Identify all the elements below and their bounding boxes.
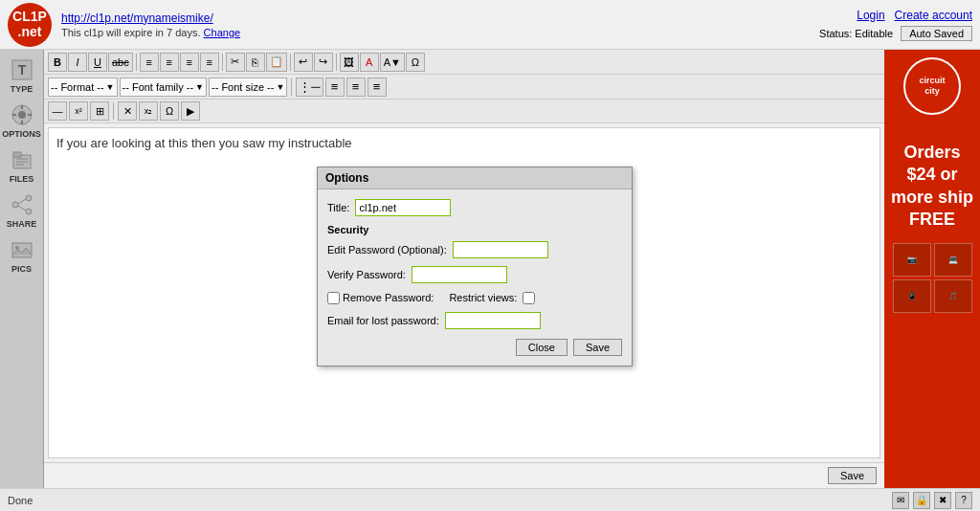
- footer-icon-3[interactable]: ✖: [934, 492, 951, 509]
- sidebar-item-type[interactable]: T TYPE: [2, 54, 42, 97]
- italic-button[interactable]: I: [68, 53, 87, 72]
- security-section-label: Security: [327, 224, 622, 235]
- sidebar-item-options[interactable]: OPTIONS: [2, 99, 42, 142]
- svg-point-15: [26, 209, 32, 214]
- font-family-select[interactable]: -- Font family -- ▼: [120, 78, 207, 97]
- dialog-body: Title: Security Edit Password (Optional)…: [318, 189, 632, 366]
- edit-password-label: Edit Password (Optional):: [327, 244, 447, 256]
- sep5: [291, 78, 292, 96]
- outdent-button[interactable]: ≡: [200, 53, 219, 72]
- save-bar: Save: [44, 462, 884, 488]
- email-input[interactable]: [445, 312, 541, 329]
- undo-button[interactable]: ↩: [294, 53, 313, 72]
- redo-button[interactable]: ↪: [314, 53, 333, 72]
- subscript-button[interactable]: x₂: [139, 101, 158, 121]
- ad-product-1: 📷: [893, 243, 931, 277]
- underline-button[interactable]: U: [88, 53, 107, 72]
- sep6: [113, 102, 114, 120]
- save-main-button[interactable]: Save: [828, 467, 877, 484]
- svg-rect-5: [21, 121, 23, 124]
- sidebar-item-share[interactable]: SHARE: [2, 189, 42, 232]
- status-label: Status: Editable: [819, 28, 893, 39]
- align-left-button[interactable]: ⋮─: [296, 78, 323, 97]
- sep3: [290, 54, 291, 71]
- dialog-title-bar: Options: [318, 167, 632, 189]
- dialog-close-button[interactable]: Close: [516, 339, 568, 356]
- edit-password-input[interactable]: [453, 241, 548, 258]
- title-input[interactable]: [355, 199, 451, 216]
- dialog-save-button[interactable]: Save: [573, 339, 622, 356]
- strikethrough-button[interactable]: abc: [108, 53, 133, 72]
- ad-product-4: 🎵: [934, 279, 972, 313]
- restrict-views-label: Restrict views:: [449, 292, 517, 303]
- edit-password-row: Edit Password (Optional):: [327, 241, 622, 258]
- remove-password-checkbox[interactable]: [327, 292, 340, 304]
- create-account-link[interactable]: Create account: [895, 9, 972, 22]
- title-field-label: Title:: [327, 202, 349, 213]
- align-right-button[interactable]: ≡: [346, 78, 366, 97]
- header-url[interactable]: http://cl1p.net/mynameismike/: [61, 11, 819, 25]
- login-link[interactable]: Login: [857, 9, 884, 22]
- color-button[interactable]: A: [360, 53, 379, 72]
- verify-password-label: Verify Password:: [327, 269, 406, 280]
- remove-password-label: Remove Password:: [343, 292, 434, 303]
- unordered-list-button[interactable]: ≡: [160, 53, 179, 72]
- title-row: Title:: [327, 199, 622, 216]
- remove-format-button[interactable]: ✕: [118, 101, 137, 121]
- sidebar-item-files[interactable]: FILES: [2, 144, 42, 187]
- toolbar2: -- Format -- ▼ -- Font family -- ▼ -- Fo…: [44, 75, 884, 100]
- email-row: Email for lost password:: [327, 312, 622, 329]
- svg-text:T: T: [17, 62, 26, 78]
- content-area[interactable]: If you are looking at this then you saw …: [48, 127, 880, 458]
- toolbar1: B I U abc ≡ ≡ ≡ ≡ ✂ ⎘ 📋 ↩ ↪ 🖼 A A▼ Ω: [44, 50, 884, 75]
- cut-button[interactable]: ✂: [226, 53, 245, 72]
- header: CL1P.net http://cl1p.net/mynameismike/ T…: [0, 0, 980, 50]
- table-button[interactable]: ⊞: [90, 101, 109, 121]
- auto-saved-button[interactable]: Auto Saved: [901, 26, 972, 41]
- svg-rect-6: [12, 114, 16, 116]
- ad-text: Orders $24 or more ship FREE: [888, 142, 976, 232]
- options-icon: [9, 101, 35, 128]
- paste-button[interactable]: 📋: [266, 53, 287, 72]
- media-button[interactable]: ▶: [181, 101, 200, 121]
- header-right: Login Create account Status: Editable Au…: [819, 9, 972, 41]
- align-center-button[interactable]: ≡: [325, 78, 345, 97]
- special-char-button[interactable]: Ω: [160, 101, 179, 121]
- ordered-list-button[interactable]: ≡: [140, 53, 159, 72]
- superscript-button[interactable]: x²: [69, 101, 88, 121]
- svg-point-3: [18, 111, 26, 119]
- format-select[interactable]: -- Format -- ▼: [48, 78, 118, 97]
- header-info: http://cl1p.net/mynameismike/ This cl1p …: [61, 11, 819, 38]
- change-link[interactable]: Change: [204, 27, 241, 38]
- indent-button[interactable]: ≡: [180, 53, 199, 72]
- svg-point-14: [26, 195, 32, 201]
- hr-button[interactable]: —: [48, 101, 67, 121]
- font-size-select[interactable]: -- Font size -- ▼: [209, 78, 287, 97]
- highlight-button[interactable]: A▼: [380, 53, 405, 72]
- footer-icons: ✉ 🔒 ✖ ?: [892, 492, 972, 509]
- sep1: [136, 54, 137, 71]
- ad-product-2: 💻: [934, 243, 972, 277]
- align-justify-button[interactable]: ≡: [368, 78, 387, 97]
- omega-button[interactable]: Ω: [406, 53, 425, 72]
- editor-area: B I U abc ≡ ≡ ≡ ≡ ✂ ⎘ 📋 ↩ ↪ 🖼 A A▼ Ω -- …: [44, 50, 884, 488]
- footer-icon-4[interactable]: ?: [955, 492, 972, 509]
- header-expire: This cl1p will expire in 7 days. Change: [61, 27, 819, 38]
- image-button[interactable]: 🖼: [340, 53, 359, 72]
- email-label: Email for lost password:: [327, 315, 439, 326]
- footer-status: Done: [8, 495, 33, 506]
- status-row: Status: Editable Auto Saved: [819, 26, 972, 41]
- format-select-arrow: ▼: [106, 82, 115, 92]
- sep2: [222, 54, 223, 71]
- copy-button[interactable]: ⎘: [246, 53, 265, 72]
- verify-password-input[interactable]: [412, 266, 507, 283]
- svg-rect-18: [12, 243, 32, 257]
- editor-content[interactable]: If you are looking at this then you saw …: [56, 136, 872, 150]
- svg-rect-4: [21, 105, 23, 109]
- footer-icon-2[interactable]: 🔒: [913, 492, 930, 509]
- footer-icon-1[interactable]: ✉: [892, 492, 909, 509]
- bold-button[interactable]: B: [48, 53, 67, 72]
- sidebar-item-pics[interactable]: PICS: [2, 233, 42, 277]
- dialog-buttons: Close Save: [327, 339, 622, 356]
- restrict-views-checkbox[interactable]: [523, 292, 535, 304]
